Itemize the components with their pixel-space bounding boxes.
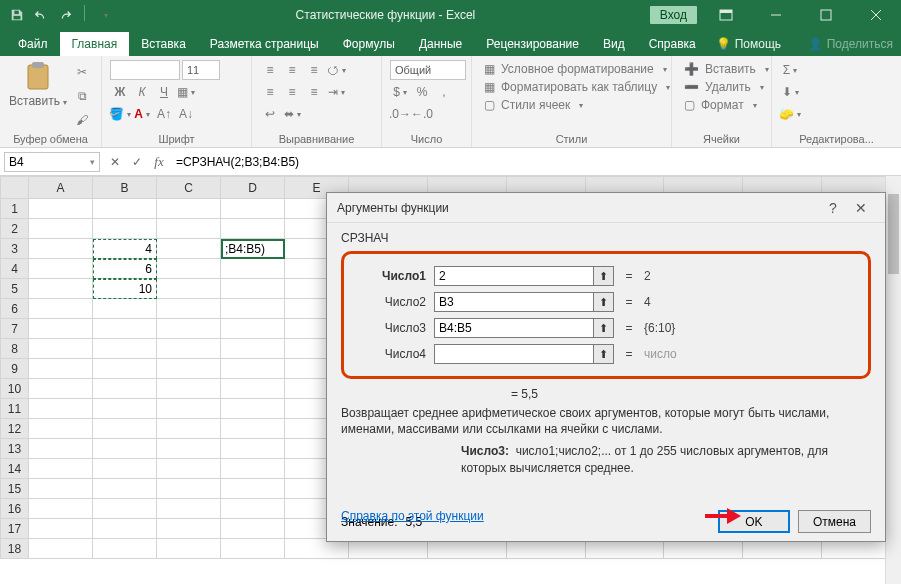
merge-icon[interactable]: ⬌ <box>282 104 302 124</box>
format-as-table-button[interactable]: ▦Форматировать как таблицу <box>480 78 674 96</box>
tab-insert[interactable]: Вставка <box>129 32 198 56</box>
cell[interactable] <box>157 319 221 339</box>
grow-font-icon[interactable]: A↑ <box>154 104 174 124</box>
ribbon-display-options-icon[interactable] <box>705 0 747 30</box>
cell[interactable] <box>221 399 285 419</box>
cell[interactable] <box>29 459 93 479</box>
undo-icon[interactable] <box>30 5 52 25</box>
cell[interactable] <box>221 419 285 439</box>
arg-input[interactable] <box>435 319 593 337</box>
tab-home[interactable]: Главная <box>60 32 130 56</box>
cell[interactable]: ;B4:B5) <box>221 239 285 259</box>
cell[interactable] <box>157 299 221 319</box>
align-middle-icon[interactable]: ≡ <box>282 60 302 80</box>
cell[interactable] <box>29 199 93 219</box>
cell[interactable] <box>93 419 157 439</box>
cell[interactable] <box>157 259 221 279</box>
cell[interactable] <box>221 259 285 279</box>
arg-input[interactable] <box>435 293 593 311</box>
cell[interactable] <box>29 419 93 439</box>
orientation-icon[interactable]: ⭯ <box>326 60 346 80</box>
row-header[interactable]: 10 <box>1 379 29 399</box>
dialog-close-icon[interactable]: ✕ <box>847 196 875 220</box>
align-top-icon[interactable]: ≡ <box>260 60 280 80</box>
cell[interactable] <box>157 519 221 539</box>
currency-icon[interactable]: $ <box>390 82 410 102</box>
row-header[interactable]: 8 <box>1 339 29 359</box>
row-header[interactable]: 16 <box>1 499 29 519</box>
fill-color-icon[interactable]: 🪣 <box>110 104 130 124</box>
row-header[interactable]: 3 <box>1 239 29 259</box>
cell[interactable]: 6 <box>93 259 157 279</box>
format-painter-icon[interactable]: 🖌 <box>72 110 92 130</box>
tell-me[interactable]: 💡 Помощь <box>708 32 789 56</box>
cell[interactable] <box>157 339 221 359</box>
cell[interactable] <box>221 199 285 219</box>
cell[interactable] <box>157 459 221 479</box>
tab-help[interactable]: Справка <box>637 32 708 56</box>
qat-customize-icon[interactable] <box>93 5 115 25</box>
cell[interactable] <box>221 479 285 499</box>
arg-input[interactable] <box>435 267 593 285</box>
font-color-icon[interactable]: A <box>132 104 152 124</box>
cell[interactable] <box>221 319 285 339</box>
conditional-formatting-button[interactable]: ▦Условное форматирование <box>480 60 674 78</box>
cell[interactable] <box>29 339 93 359</box>
cell-styles-button[interactable]: ▢Стили ячеек <box>480 96 674 114</box>
cancel-formula-icon[interactable]: ✕ <box>104 152 126 172</box>
paste-button[interactable]: Вставить <box>8 60 68 108</box>
cell[interactable] <box>29 299 93 319</box>
row-header[interactable]: 18 <box>1 539 29 559</box>
border-icon[interactable]: ▦ <box>176 82 196 102</box>
row-header[interactable]: 6 <box>1 299 29 319</box>
cell[interactable] <box>29 239 93 259</box>
cut-icon[interactable]: ✂ <box>72 62 92 82</box>
font-name-input[interactable] <box>110 60 180 80</box>
col-header[interactable]: B <box>93 177 157 199</box>
cell[interactable] <box>93 379 157 399</box>
cell[interactable] <box>221 219 285 239</box>
cell[interactable] <box>29 439 93 459</box>
comma-icon[interactable]: , <box>434 82 454 102</box>
cell[interactable] <box>157 379 221 399</box>
row-header[interactable]: 5 <box>1 279 29 299</box>
cell[interactable] <box>157 239 221 259</box>
range-picker-icon[interactable]: ⬆ <box>593 319 613 337</box>
cell[interactable] <box>93 439 157 459</box>
cell[interactable] <box>29 379 93 399</box>
insert-cells-button[interactable]: ➕Вставить <box>680 60 773 78</box>
cell[interactable] <box>29 359 93 379</box>
cell[interactable] <box>93 219 157 239</box>
cell[interactable] <box>157 199 221 219</box>
cell[interactable] <box>93 359 157 379</box>
tab-view[interactable]: Вид <box>591 32 637 56</box>
autosum-icon[interactable]: Σ <box>780 60 800 80</box>
cell[interactable] <box>157 219 221 239</box>
tab-formulas[interactable]: Формулы <box>331 32 407 56</box>
col-header[interactable]: C <box>157 177 221 199</box>
tab-file[interactable]: Файл <box>6 32 60 56</box>
cell[interactable] <box>221 539 285 559</box>
align-right-icon[interactable]: ≡ <box>304 82 324 102</box>
cell[interactable] <box>29 479 93 499</box>
cell[interactable]: 4 <box>93 239 157 259</box>
save-icon[interactable] <box>6 5 28 25</box>
cell[interactable] <box>157 479 221 499</box>
ok-button[interactable]: OK <box>718 510 790 533</box>
cell[interactable] <box>93 199 157 219</box>
cell[interactable] <box>93 479 157 499</box>
cell[interactable] <box>93 319 157 339</box>
cell[interactable] <box>221 459 285 479</box>
row-header[interactable]: 7 <box>1 319 29 339</box>
cell[interactable] <box>157 419 221 439</box>
arg-input[interactable] <box>435 345 593 363</box>
cell[interactable] <box>221 279 285 299</box>
share-button[interactable]: 👤 Поделиться <box>800 32 901 56</box>
cell[interactable] <box>29 319 93 339</box>
number-format-input[interactable] <box>390 60 466 80</box>
row-header[interactable]: 11 <box>1 399 29 419</box>
redo-icon[interactable] <box>54 5 76 25</box>
cell[interactable] <box>157 499 221 519</box>
clear-icon[interactable]: 🧽 <box>780 104 800 124</box>
row-header[interactable]: 13 <box>1 439 29 459</box>
